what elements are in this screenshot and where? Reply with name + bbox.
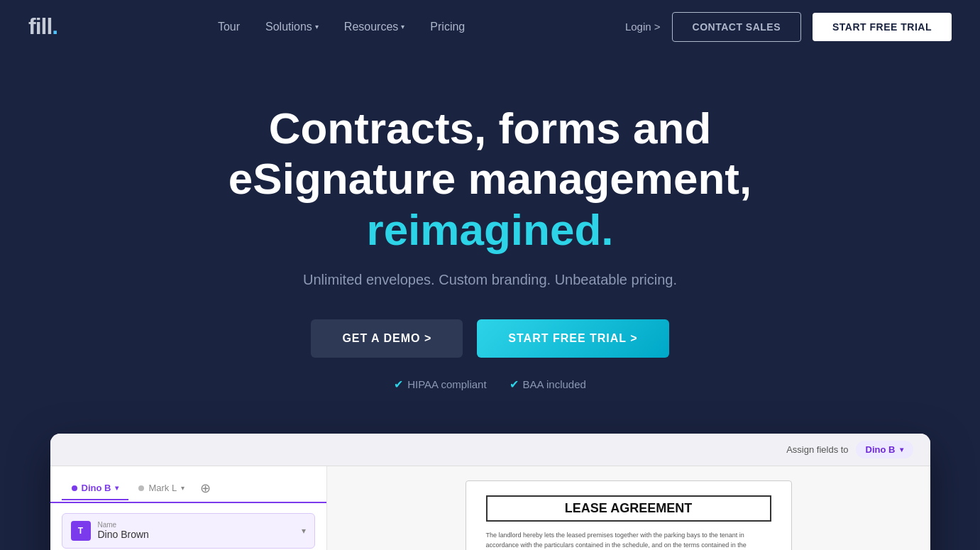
demo-window: Assign fields to Dino B ▾ Dino B ▾ Mark	[50, 434, 930, 550]
hero-title: Contracts, forms and eSignature manageme…	[207, 103, 774, 255]
add-person-button[interactable]: ⊕	[194, 475, 216, 502]
sidebar-tabs: Dino B ▾ Mark L ▾ ⊕	[50, 466, 326, 503]
mark-tab-chevron-icon: ▾	[181, 484, 185, 492]
nav-solutions[interactable]: Solutions ▾	[265, 21, 319, 33]
assign-user-badge[interactable]: Dino B ▾	[856, 441, 913, 458]
name-field-icon: T	[71, 521, 91, 541]
hipaa-check-icon: ✔	[394, 378, 403, 391]
start-free-trial-nav-button[interactable]: START FREE TRIAL	[813, 13, 952, 41]
demo-body: Dino B ▾ Mark L ▾ ⊕ T Name Dino Brown	[50, 466, 930, 550]
dino-tab-dot	[72, 485, 77, 491]
get-a-demo-button[interactable]: GET A DEMO >	[311, 319, 463, 358]
hipaa-badge: ✔ HIPAA compliant	[394, 378, 486, 391]
lease-agreement-card: LEASE AGREEMENT The landlord hereby lets…	[466, 480, 792, 550]
name-field-chevron-icon: ▾	[302, 526, 306, 536]
document-text: The landlord hereby lets the leased prem…	[486, 530, 771, 550]
hero-badges: ✔ HIPAA compliant ✔ BAA included	[394, 378, 586, 391]
sidebar-tab-dino[interactable]: Dino B ▾	[62, 477, 129, 500]
solutions-chevron-icon: ▾	[315, 23, 319, 31]
name-field-content: Name Dino Brown	[98, 521, 294, 540]
contact-sales-button[interactable]: CONTACT SALES	[672, 12, 801, 42]
baa-check-icon: ✔	[510, 378, 519, 391]
logo[interactable]: fill.	[28, 13, 57, 40]
assign-label: Assign fields to	[786, 444, 848, 455]
mark-tab-dot	[138, 485, 144, 491]
hero-section: Contracts, forms and eSignature manageme…	[0, 53, 980, 419]
dino-tab-chevron-icon: ▾	[115, 484, 119, 492]
baa-badge: ✔ BAA included	[510, 378, 586, 391]
demo-sidebar: Dino B ▾ Mark L ▾ ⊕ T Name Dino Brown	[50, 466, 327, 550]
document-title: LEASE AGREEMENT	[486, 495, 771, 522]
nav-tour[interactable]: Tour	[218, 21, 240, 33]
nav-login[interactable]: Login >	[625, 21, 661, 33]
demo-document-area: LEASE AGREEMENT The landlord hereby lets…	[327, 466, 930, 550]
nav-pricing[interactable]: Pricing	[430, 21, 465, 33]
assign-user-name: Dino B	[866, 444, 896, 455]
start-free-trial-hero-button[interactable]: START FREE TRIAL >	[477, 319, 668, 358]
hero-buttons: GET A DEMO > START FREE TRIAL >	[311, 319, 668, 358]
nav-links: Tour Solutions ▾ Resources ▾ Pricing	[218, 21, 465, 33]
nav-right: Login > CONTACT SALES START FREE TRIAL	[625, 12, 952, 42]
hero-subtitle: Unlimited envelopes. Custom branding. Un…	[303, 272, 677, 288]
nav-resources[interactable]: Resources ▾	[344, 21, 404, 33]
assign-chevron-icon: ▾	[900, 446, 903, 453]
resources-chevron-icon: ▾	[401, 23, 404, 31]
name-field[interactable]: T Name Dino Brown ▾	[62, 513, 315, 549]
navbar: fill. Tour Solutions ▾ Resources ▾ Prici…	[0, 0, 980, 53]
demo-topbar: Assign fields to Dino B ▾	[50, 434, 930, 466]
sidebar-tab-mark[interactable]: Mark L ▾	[128, 477, 194, 499]
